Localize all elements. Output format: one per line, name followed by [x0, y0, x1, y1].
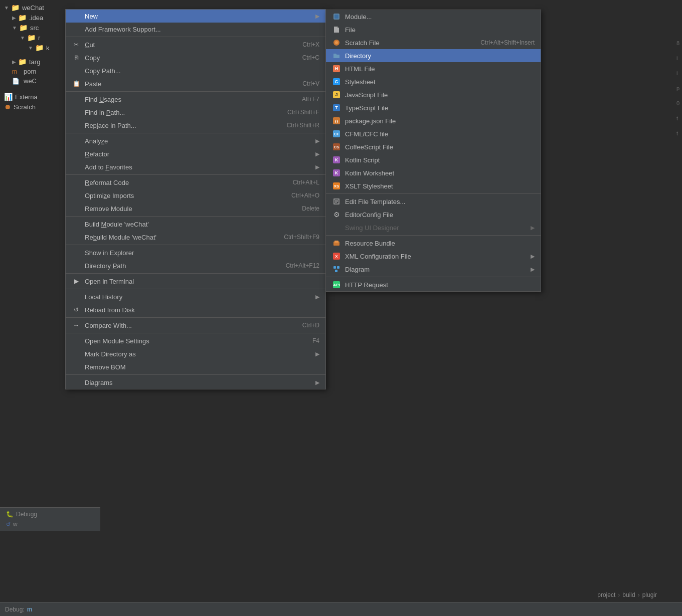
folder-icon: 📁: [35, 44, 44, 52]
paste-label: Paste: [85, 80, 292, 88]
submenu-cfml[interactable]: CF CFML/CFC file: [326, 127, 541, 140]
submenu-css-label: Stylesheet: [345, 78, 535, 86]
submenu-resource-label: Resource Bundle: [345, 240, 535, 247]
bottom-status-bar: Debug: m: [0, 602, 682, 616]
reload-icon: ↺: [72, 305, 81, 314]
menu-build-module[interactable]: Build Module 'weChat': [66, 218, 325, 231]
submenu-kotlin-worksheet-label: Kotlin Worksheet: [345, 169, 535, 177]
menu-local-history[interactable]: Local History ▶: [66, 290, 325, 303]
cut-label: Cut: [85, 41, 292, 49]
menu-dir-path[interactable]: Directory Path Ctrl+Alt+F12: [66, 259, 325, 272]
optimize-label: Optimize Imports: [85, 192, 281, 199]
editorconfig-icon: ⚙: [332, 210, 341, 219]
breadcrumb-build[interactable]: build: [622, 591, 635, 598]
svg-rect-9: [333, 266, 336, 269]
diagrams-arrow: ▶: [315, 379, 319, 386]
arrow-icon: ▼: [4, 5, 9, 11]
submenu-http-label: HTTP Request: [345, 281, 535, 289]
copy-path-label: Copy Path...: [85, 67, 319, 75]
terminal-icon: ▶: [72, 277, 81, 286]
submenu-coffee[interactable]: CS CoffeeScript File: [326, 140, 541, 153]
new-submenu: Module... File Scratch File Ctrl+Alt+Shi…: [325, 10, 541, 292]
settings-shortcut: F4: [302, 337, 319, 344]
remove-bom-label: Remove BOM: [85, 363, 319, 371]
menu-optimize-imports[interactable]: Optimize Imports Ctrl+Alt+O: [66, 189, 325, 202]
menu-reformat-code[interactable]: Reformat Code Ctrl+Alt+L: [66, 176, 325, 189]
copy-path-icon: [72, 66, 81, 75]
menu-rebuild-module[interactable]: Rebuild Module 'weChat' Ctrl+Shift+F9: [66, 231, 325, 244]
menu-sep5: [66, 216, 325, 217]
menu-reload-disk[interactable]: ↺ Reload from Disk: [66, 303, 325, 316]
menu-copy[interactable]: ⎘ Copy Ctrl+C: [66, 51, 325, 64]
menu-item-new[interactable]: New ▶ Module... File: [66, 10, 325, 23]
add-framework-label: Add Framework Support...: [85, 26, 319, 33]
submenu-scratch-shortcut: Ctrl+Alt+Shift+Insert: [470, 39, 535, 46]
settings-icon: [72, 336, 81, 345]
menu-show-explorer[interactable]: Show in Explorer: [66, 246, 325, 259]
menu-find-in-path[interactable]: Find in Path... Ctrl+Shift+F: [66, 106, 325, 119]
menu-open-terminal[interactable]: ▶ Open in Terminal: [66, 275, 325, 288]
remove-module-icon: [72, 204, 81, 213]
context-menu: New ▶ Module... File: [65, 9, 326, 389]
submenu-module-label: Module...: [345, 13, 535, 21]
menu-refactor[interactable]: Refactor ▶: [66, 147, 325, 160]
menu-module-settings[interactable]: Open Module Settings F4: [66, 334, 325, 347]
breadcrumb-plugin: plugir: [642, 591, 657, 598]
submenu-diagram[interactable]: Diagram ▶: [326, 263, 541, 276]
kotlin-worksheet-icon: K: [332, 168, 341, 177]
breadcrumb-project[interactable]: project: [597, 591, 615, 598]
submenu-edit-templates[interactable]: Edit File Templates...: [326, 195, 541, 208]
submenu-sep3: [326, 277, 541, 277]
submenu-html[interactable]: H HTML File: [326, 62, 541, 75]
submenu-html-label: HTML File: [345, 65, 535, 73]
menu-sep6: [66, 245, 325, 245]
submenu-editorconfig[interactable]: ⚙ EditorConfig File: [326, 208, 541, 221]
arrow-icon: ▼: [28, 45, 33, 51]
submenu-js[interactable]: J JavaScript File: [326, 88, 541, 101]
submenu-scratch-file[interactable]: Scratch File Ctrl+Alt+Shift+Insert: [326, 36, 541, 49]
tree-label: k: [46, 44, 50, 52]
submenu-kotlin-script[interactable]: K Kotlin Script: [326, 153, 541, 166]
submenu-xslt-label: XSLT Stylesheet: [345, 182, 535, 190]
menu-cut[interactable]: ✂ Cut Ctrl+X: [66, 38, 325, 51]
menu-diagrams[interactable]: Diagrams ▶: [66, 376, 325, 389]
menu-analyze[interactable]: Analyze ▶: [66, 134, 325, 147]
rebuild-label: Rebuild Module 'weChat': [85, 234, 274, 241]
submenu-http-request[interactable]: API HTTP Request: [326, 278, 541, 291]
submenu-xml-label: XML Configuration File: [345, 253, 528, 260]
menu-mark-directory[interactable]: Mark Directory as ▶: [66, 347, 325, 360]
menu-replace-in-path[interactable]: Replace in Path... Ctrl+Shift+R: [66, 119, 325, 132]
copy-icon: ⎘: [72, 53, 81, 62]
breadcrumb: project › build › plugir: [597, 591, 657, 598]
analyze-icon: [72, 136, 81, 145]
resource-icon: [332, 239, 341, 248]
submenu-kotlin-script-label: Kotlin Script: [345, 156, 535, 164]
tree-label: .idea: [29, 14, 43, 22]
menu-paste[interactable]: 📋 Paste Ctrl+V: [66, 77, 325, 90]
new-label: New: [85, 13, 313, 20]
submenu-coffee-label: CoffeeScript File: [345, 143, 535, 151]
submenu-ts[interactable]: T TypeScript File: [326, 101, 541, 114]
submenu-pkg[interactable]: {} package.json File: [326, 114, 541, 127]
menu-copy-path[interactable]: Copy Path...: [66, 64, 325, 77]
optimize-icon: [72, 191, 81, 200]
submenu-module[interactable]: Module...: [326, 10, 541, 23]
submenu-ts-label: TypeScript File: [345, 104, 535, 112]
submenu-resource-bundle[interactable]: Resource Bundle: [326, 237, 541, 250]
submenu-xslt[interactable]: XS XSLT Stylesheet: [326, 179, 541, 192]
optimize-shortcut: Ctrl+Alt+O: [281, 192, 319, 199]
indicator-i2: i: [676, 70, 679, 76]
menu-find-usages[interactable]: Find Usages Alt+F7: [66, 93, 325, 106]
submenu-xml-config[interactable]: X XML Configuration File ▶: [326, 250, 541, 263]
terminal-label: Open in Terminal: [85, 278, 319, 285]
submenu-kotlin-worksheet[interactable]: K Kotlin Worksheet: [326, 166, 541, 179]
submenu-scratch-label: Scratch File: [345, 39, 470, 47]
menu-add-framework[interactable]: Add Framework Support...: [66, 23, 325, 36]
menu-remove-module[interactable]: Remove Module Delete: [66, 202, 325, 215]
submenu-file[interactable]: File: [326, 23, 541, 36]
menu-remove-bom[interactable]: Remove BOM: [66, 360, 325, 373]
menu-add-favorites[interactable]: Add to Favorites ▶: [66, 160, 325, 173]
menu-compare-with[interactable]: ↔ Compare With... Ctrl+D: [66, 319, 325, 332]
submenu-stylesheet[interactable]: C Stylesheet: [326, 75, 541, 88]
submenu-directory[interactable]: Directory: [326, 49, 541, 62]
